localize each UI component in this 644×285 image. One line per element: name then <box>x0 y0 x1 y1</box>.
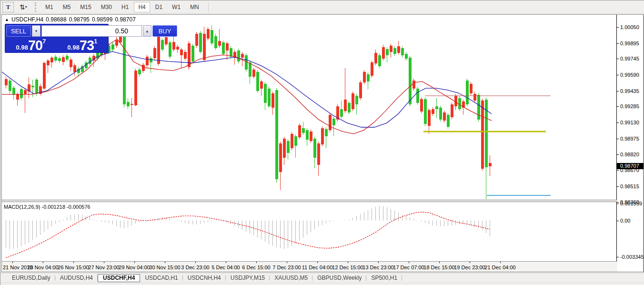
price-scale[interactable]: 1.000500.998950.997450.995900.994350.992… <box>616 15 643 272</box>
volume-decrease-button[interactable]: ▼ <box>32 25 40 37</box>
time-tick <box>348 262 348 263</box>
time-tick <box>165 262 165 263</box>
chart-tab[interactable]: USDCHF,H4 <box>98 274 140 282</box>
price-tick: 0.98975 <box>617 136 644 142</box>
buy-price-big: 73 <box>80 39 94 52</box>
time-label: 13 Dec 23:00 <box>362 265 393 270</box>
time-tick <box>134 262 135 263</box>
toolbar: T ⇅▾ M1M5M15M30H1H4D1W1MN <box>0 0 644 14</box>
macd-scale-tick: 0.001559 <box>617 201 644 206</box>
time-label: 6 Dec 15:00 <box>242 265 270 270</box>
chart-tab[interactable]: AUDUSD,H4 <box>55 274 98 282</box>
sell-price-display[interactable]: 0.98 70 7 <box>6 38 56 52</box>
time-label: 11 Dec 04:00 <box>302 265 333 270</box>
macd-window-divider[interactable] <box>2 200 617 202</box>
time-label: 21 Dec 04:00 <box>484 265 515 270</box>
chart-title: ▲ USDCHF,H4 0.98688 0.98795 0.98599 0.98… <box>5 16 136 23</box>
time-tick <box>104 262 104 263</box>
timeframe-button[interactable]: M1 <box>41 2 58 12</box>
buy-price-display[interactable]: 0.98 73 1 <box>58 38 107 52</box>
timeframe-button[interactable]: D1 <box>151 2 167 12</box>
price-tick: 0.99285 <box>617 103 644 109</box>
time-tick <box>500 262 501 263</box>
panel-toggle-icon[interactable]: ▲ <box>5 17 9 22</box>
chart-symbol-period: USDCHF,H4 <box>11 16 43 23</box>
volume-input[interactable] <box>41 25 142 37</box>
time-label: 29 Nov 04:00 <box>119 265 150 270</box>
price-tick: 0.98820 <box>617 152 644 157</box>
buy-price-prefix: 0.98 <box>68 44 80 51</box>
sell-price-pip: 7 <box>42 38 46 45</box>
macd-scale-tick: 0.00 <box>617 218 644 224</box>
time-tick <box>439 262 440 263</box>
sell-price-big: 70 <box>28 39 42 52</box>
timeframe-button[interactable]: MN <box>186 2 203 12</box>
ohlc-high: 0.98795 <box>69 16 90 23</box>
current-price-tag: 0.98707 <box>617 163 644 169</box>
chart-tab-bar: EURUSD,DailyAUDUSD,H4USDCHF,H4USDCAD,H1U… <box>0 273 644 283</box>
time-tick <box>226 262 226 263</box>
ohlc-close: 0.98707 <box>115 16 135 23</box>
timeframe-buttons: M1M5M15M30H1H4D1W1MN <box>41 2 204 12</box>
price-tick: 1.00050 <box>617 24 644 30</box>
time-tick <box>409 262 409 263</box>
chart-tab[interactable]: USDCAD,H1 <box>140 274 182 282</box>
time-label: 7 Dec 23:00 <box>272 265 301 270</box>
price-tick: 0.99130 <box>617 120 644 125</box>
timeframe-button[interactable]: H1 <box>117 2 133 12</box>
time-label: 12 Dec 15:00 <box>332 265 363 270</box>
timeframe-button[interactable]: H4 <box>134 2 150 12</box>
chart-plot-area[interactable] <box>2 15 617 272</box>
time-tick <box>378 262 379 263</box>
time-label: 17 Dec 07:00 <box>393 265 424 270</box>
volume-increase-button[interactable]: ▲ <box>143 25 151 37</box>
one-click-trade-panel: SELL ▼ ▲ BUY 0.98 70 7 0.98 73 1 <box>5 24 109 53</box>
chart-tab[interactable]: EURUSD,Daily <box>7 274 55 282</box>
time-tick <box>256 262 257 263</box>
toolbar-separator <box>208 2 209 12</box>
price-tick: 0.98515 <box>617 183 644 189</box>
time-label: 27 Nov 23:00 <box>88 265 119 270</box>
time-tick <box>43 262 43 263</box>
ohlc-low: 0.98599 <box>92 16 112 23</box>
time-label: 23 Nov 04:00 <box>27 265 58 270</box>
chart-tab[interactable]: SP500,H1 <box>366 274 402 282</box>
time-tick <box>12 262 13 263</box>
sell-button[interactable]: SELL <box>6 25 31 37</box>
timeframe-button[interactable]: W1 <box>168 2 185 12</box>
time-label: 3 Dec 23:00 <box>181 265 209 270</box>
sell-price-prefix: 0.98 <box>16 44 28 51</box>
timeframe-button[interactable]: M30 <box>97 2 116 12</box>
chart-tab[interactable]: XAUUSD,M5 <box>270 274 312 282</box>
time-label: 18 Dec 15:00 <box>423 265 454 270</box>
time-label: 30 Nov 15:00 <box>149 265 180 270</box>
time-tick <box>287 262 287 263</box>
macd-scale-tick: -0.003345 <box>617 254 644 260</box>
toolbar-grip[interactable] <box>35 2 38 12</box>
time-label: 26 Nov 15:00 <box>58 265 89 270</box>
timeframe-button[interactable]: M15 <box>76 2 95 12</box>
status-bar <box>0 283 644 285</box>
buy-button[interactable]: BUY <box>152 25 177 37</box>
terminal-window: T ⇅▾ M1M5M15M30H1H4D1W1MN ▲ USDCHF,H4 0.… <box>0 0 644 285</box>
time-label: 5 Dec 04:00 <box>211 265 240 270</box>
price-tick: 0.99895 <box>617 41 644 46</box>
text-tool-icon[interactable]: T <box>2 2 14 12</box>
chart-tab[interactable]: USDJPY,M15 <box>226 274 270 282</box>
cross-arrows-glyph: ⇅ <box>20 3 24 11</box>
cursor-mode-icon[interactable]: ⇅▾ <box>16 2 30 12</box>
price-tick: 0.99435 <box>617 88 644 94</box>
macd-indicator-label: MACD(12,26,9) -0.001218 -0.000576 <box>4 204 91 210</box>
timeframe-button[interactable]: M5 <box>59 2 75 12</box>
time-tick <box>317 262 318 263</box>
buy-price-pip: 1 <box>94 38 97 45</box>
dropdown-caret-icon: ▾ <box>25 5 26 9</box>
ohlc-open: 0.98688 <box>46 16 66 23</box>
time-label: 19 Dec 23:00 <box>454 265 485 270</box>
chart-tab[interactable]: GBPUSD,Weekly <box>312 274 366 282</box>
price-chart-canvas[interactable] <box>2 15 617 272</box>
price-tick: 0.99590 <box>617 72 644 78</box>
chart-window: ▲ USDCHF,H4 0.98688 0.98795 0.98599 0.98… <box>1 14 644 272</box>
chart-tab[interactable]: USDCNH,H4 <box>183 274 226 282</box>
time-scale[interactable]: 21 Nov 201823 Nov 04:0026 Nov 15:0027 No… <box>2 261 617 272</box>
